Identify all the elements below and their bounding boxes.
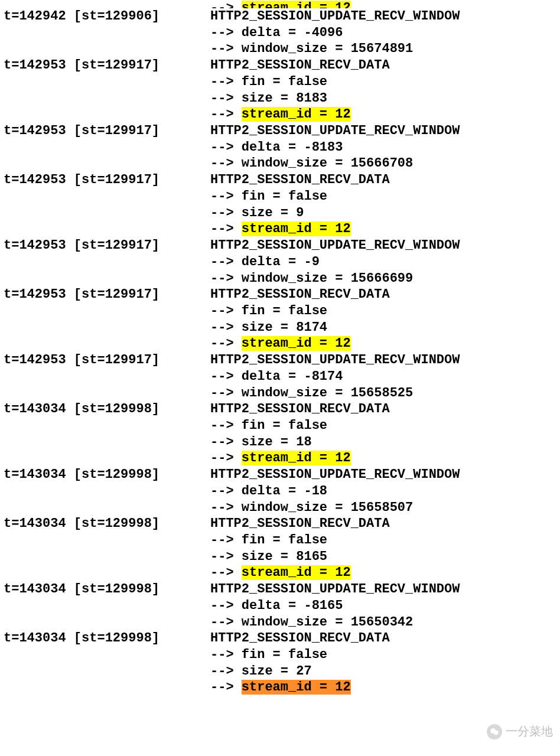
log-line: t=143034 [st=129998]HTTP2_SESSION_RECV_D… <box>0 516 560 532</box>
arrow: --> <box>210 304 242 318</box>
param-text: window_size = 15666699 <box>242 271 413 286</box>
timestamp <box>0 598 175 614</box>
event-name: HTTP2_SESSION_RECV_DATA <box>175 57 390 74</box>
log-line: --> fin = false <box>0 647 560 663</box>
param-text: size = 9 <box>242 206 304 220</box>
arrow: --> <box>210 107 242 122</box>
event-name: HTTP2_SESSION_UPDATE_RECV_WINDOW <box>175 581 460 598</box>
log-line: --> stream_id = 12 <box>0 450 560 467</box>
log-line: t=142942 [st=129906]HTTP2_SESSION_UPDATE… <box>0 8 560 25</box>
event-name: HTTP2_SESSION_UPDATE_RECV_WINDOW <box>175 8 460 25</box>
log-line: --> size = 9 <box>0 205 560 221</box>
search-highlight: stream_id = 12 <box>242 451 351 465</box>
log-line: t=142953 [st=129917]HTTP2_SESSION_UPDATE… <box>0 352 560 369</box>
timestamp: t=143034 [st=129998] <box>0 401 175 418</box>
timestamp <box>0 385 175 402</box>
event-name: HTTP2_SESSION_RECV_DATA <box>175 172 390 188</box>
timestamp <box>0 647 175 663</box>
timestamp: t=142953 [st=129917] <box>0 57 175 74</box>
search-highlight: stream_id = 12 <box>242 1 351 8</box>
event-param: --> size = 8174 <box>175 320 327 336</box>
timestamp <box>0 532 175 549</box>
log-line: --> stream_id = 12 <box>0 335 560 352</box>
search-highlight: stream_id = 12 <box>242 221 351 236</box>
timestamp <box>0 106 175 123</box>
param-text: delta = -8183 <box>242 140 343 155</box>
event-param: --> fin = false <box>175 647 327 663</box>
event-name: HTTP2_SESSION_UPDATE_RECV_WINDOW <box>175 467 460 483</box>
log-line: --> delta = -9 <box>0 254 560 271</box>
timestamp <box>0 221 175 237</box>
timestamp <box>0 0 175 8</box>
arrow: --> <box>210 451 242 465</box>
timestamp <box>0 25 175 41</box>
search-highlight: stream_id = 12 <box>242 107 351 122</box>
log-line: --> size = 8174 <box>0 320 560 336</box>
event-param: --> size = 9 <box>175 205 304 221</box>
log-line: --> size = 8165 <box>0 549 560 565</box>
timestamp: t=143034 [st=129998] <box>0 516 175 532</box>
timestamp <box>0 139 175 156</box>
event-param: --> stream_id = 12 <box>175 335 351 352</box>
log-line: t=143034 [st=129998]HTTP2_SESSION_RECV_D… <box>0 401 560 418</box>
event-name: HTTP2_SESSION_RECV_DATA <box>175 286 390 303</box>
event-param: --> delta = -4096 <box>175 25 343 41</box>
timestamp <box>0 565 175 581</box>
param-text: fin = false <box>242 74 327 89</box>
timestamp: t=142953 [st=129917] <box>0 286 175 303</box>
log-line: --> delta = -8165 <box>0 598 560 614</box>
log-line: --> window_size = 15666708 <box>0 155 560 172</box>
param-text: size = 8183 <box>242 91 327 106</box>
arrow: --> <box>210 221 242 236</box>
search-highlight: stream_id = 12 <box>242 680 351 695</box>
arrow: --> <box>210 91 242 106</box>
timestamp <box>0 549 175 565</box>
arrow: --> <box>210 500 242 515</box>
timestamp <box>0 74 175 90</box>
event-param: --> delta = -8174 <box>175 369 343 385</box>
event-name: HTTP2_SESSION_UPDATE_RECV_WINDOW <box>175 237 460 254</box>
timestamp <box>0 450 175 467</box>
param-text: window_size = 15650342 <box>242 615 413 630</box>
timestamp <box>0 614 175 631</box>
log-line: --> window_size = 15658525 <box>0 385 560 402</box>
timestamp: t=142953 [st=129917] <box>0 172 175 188</box>
timestamp: t=142942 [st=129906] <box>0 8 175 25</box>
param-text: fin = false <box>242 418 327 433</box>
event-param: --> stream_id = 12 <box>175 679 351 696</box>
timestamp: t=142953 [st=129917] <box>0 352 175 369</box>
timestamp: t=142953 [st=129917] <box>0 123 175 139</box>
timestamp <box>0 90 175 107</box>
arrow: --> <box>210 664 242 679</box>
arrow: --> <box>210 615 242 630</box>
param-text: delta = -8174 <box>242 369 343 384</box>
arrow: --> <box>210 647 242 662</box>
param-text: fin = false <box>242 647 327 662</box>
event-param: --> window_size = 15658507 <box>175 500 413 516</box>
arrow: --> <box>210 74 242 89</box>
log-line: --> fin = false <box>0 74 560 90</box>
arrow: --> <box>210 1 242 8</box>
param-text: size = 8174 <box>242 320 327 335</box>
log-line: --> window_size = 15658507 <box>0 500 560 516</box>
log-line: --> delta = -8183 <box>0 139 560 156</box>
log-line: --> stream_id = 12 <box>0 0 560 8</box>
timestamp <box>0 41 175 57</box>
event-name: HTTP2_SESSION_UPDATE_RECV_WINDOW <box>175 123 460 139</box>
param-text: window_size = 15658525 <box>242 386 413 400</box>
event-param: --> fin = false <box>175 303 327 320</box>
arrow: --> <box>210 189 242 204</box>
log-line: t=142953 [st=129917]HTTP2_SESSION_UPDATE… <box>0 123 560 139</box>
timestamp <box>0 254 175 271</box>
log-line: t=142953 [st=129917]HTTP2_SESSION_UPDATE… <box>0 237 560 254</box>
timestamp <box>0 155 175 172</box>
param-text: fin = false <box>242 533 327 548</box>
log-line: --> stream_id = 12 <box>0 565 560 581</box>
event-name: HTTP2_SESSION_UPDATE_RECV_WINDOW <box>175 352 460 369</box>
timestamp: t=143034 [st=129998] <box>0 581 175 598</box>
log-line: --> delta = -8174 <box>0 369 560 385</box>
param-text: size = 18 <box>242 435 312 449</box>
log-line: t=143034 [st=129998]HTTP2_SESSION_UPDATE… <box>0 467 560 483</box>
param-text: fin = false <box>242 304 327 318</box>
event-param: --> fin = false <box>175 188 327 205</box>
